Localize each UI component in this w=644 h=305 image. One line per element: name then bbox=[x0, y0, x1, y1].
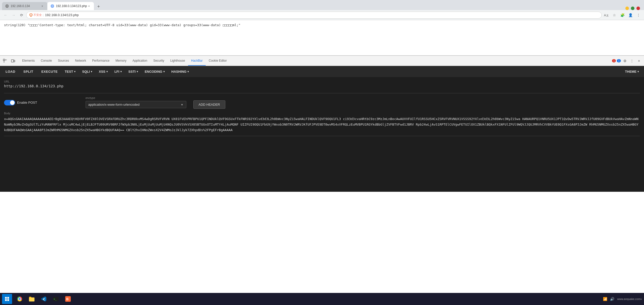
hashing-dropdown-arrow: ▼ bbox=[187, 70, 190, 73]
inspect-element-icon[interactable] bbox=[2, 58, 8, 64]
sqli-dropdown-arrow: ▼ bbox=[90, 70, 93, 73]
svg-point-1 bbox=[7, 5, 8, 8]
security-indicator: 不安全 | bbox=[29, 13, 44, 17]
page-string-output: string(120) "□□□□'Content-type: text/htm… bbox=[4, 23, 640, 27]
devtools-tabs: Elements Console Sources Network Perform… bbox=[19, 56, 612, 66]
svg-rect-17 bbox=[14, 60, 15, 62]
hackbar-menu: LOAD SPLIT EXECUTE TEST ▼ SQLI ▼ XSS ▼ L… bbox=[0, 66, 644, 77]
hackbar-encoding-dropdown[interactable]: ENCODING ▼ bbox=[142, 68, 168, 75]
error-badge: 1 bbox=[612, 59, 616, 62]
toggle-knob bbox=[10, 100, 15, 105]
test-dropdown-arrow: ▼ bbox=[74, 70, 76, 73]
url-value[interactable]: http://192.168.0.134/123.php bbox=[4, 84, 640, 88]
url-divider bbox=[4, 93, 640, 93]
tab-application[interactable]: Application bbox=[129, 56, 150, 66]
encoding-dropdown-arrow: ▼ bbox=[163, 70, 165, 73]
svg-rect-13 bbox=[3, 59, 5, 61]
hackbar-lfi-dropdown[interactable]: LFI ▼ bbox=[112, 68, 125, 75]
hackbar-body: URL http://192.168.0.134/123.php Enable … bbox=[0, 77, 644, 139]
hackbar-test-dropdown[interactable]: TEST ▼ bbox=[62, 68, 79, 75]
svg-text:文: 文 bbox=[606, 14, 609, 17]
settings-icon[interactable]: ⚙ bbox=[622, 58, 628, 64]
lfi-dropdown-arrow: ▼ bbox=[120, 70, 122, 73]
tab-console[interactable]: Console bbox=[38, 56, 55, 66]
hackbar-load-button[interactable]: LOAD bbox=[2, 68, 19, 75]
nav-bar: ← → ⟳ 不安全 | 192.168.0.134/123.php A文 ☆ 🧩… bbox=[0, 10, 644, 20]
svg-point-10 bbox=[31, 16, 31, 16]
svg-point-4 bbox=[51, 5, 54, 8]
tab-1-title: 192.168.0.134 bbox=[11, 4, 40, 8]
tab-sources[interactable]: Sources bbox=[55, 56, 72, 66]
tab-elements[interactable]: Elements bbox=[19, 56, 38, 66]
enctype-arrow: ▼ bbox=[181, 103, 184, 106]
forward-button[interactable]: → bbox=[10, 12, 17, 19]
tab-1-close[interactable]: × bbox=[40, 4, 44, 8]
hackbar-xss-dropdown[interactable]: XSS ▼ bbox=[96, 68, 111, 75]
security-label: 不安全 bbox=[33, 13, 42, 17]
url-label: URL bbox=[4, 80, 640, 83]
nav-actions: A文 ☆ 🧩 👤 ⋮ bbox=[603, 12, 642, 19]
bookmark-button[interactable]: ☆ bbox=[611, 12, 618, 19]
devtools-toolbar: Elements Console Sources Network Perform… bbox=[0, 56, 644, 66]
minimize-button[interactable] bbox=[625, 7, 629, 10]
body-text[interactable]: x=AQGsGAAIAAAAQAAAAAAAAEErBgB2AAAEQtHQVR… bbox=[4, 116, 640, 133]
profile-button[interactable]: 👤 bbox=[627, 12, 634, 19]
reload-button[interactable]: ⟳ bbox=[18, 12, 25, 19]
body-label: Body bbox=[4, 112, 640, 115]
tab-memory[interactable]: Memory bbox=[113, 56, 129, 66]
hackbar-theme-dropdown[interactable]: THEME ▼ bbox=[623, 68, 642, 75]
ssti-dropdown-arrow: ▼ bbox=[136, 70, 139, 73]
enable-post-toggle[interactable] bbox=[4, 100, 15, 105]
extensions-button[interactable]: 🧩 bbox=[619, 12, 626, 19]
svg-point-5 bbox=[52, 5, 53, 8]
page-content: string(120) "□□□□'Content-type: text/htm… bbox=[0, 20, 644, 55]
enctype-label: enctype bbox=[86, 96, 225, 99]
device-toggle-icon[interactable] bbox=[10, 58, 16, 64]
translate-button[interactable]: A文 bbox=[603, 12, 610, 19]
body-section: Body x=AQGsGAAIAAAAQAAAAAAAAEErBgB2AAAEQ… bbox=[4, 112, 640, 136]
close-button[interactable] bbox=[636, 7, 640, 10]
devtools-icons bbox=[2, 58, 16, 64]
address-text: 192.168.0.134/123.php bbox=[45, 13, 598, 17]
hackbar-content: LOAD SPLIT EXECUTE TEST ▼ SQLI ▼ XSS ▼ L… bbox=[0, 66, 644, 192]
hackbar-hashing-dropdown[interactable]: HASHING ▼ bbox=[169, 68, 192, 75]
more-options-icon[interactable]: ⋮ bbox=[629, 58, 635, 64]
tab-hackbar[interactable]: HackBar bbox=[188, 56, 206, 66]
tab-security[interactable]: Security bbox=[150, 56, 167, 66]
enable-post-toggle-wrap: Enable POST bbox=[4, 100, 37, 105]
theme-dropdown-arrow: ▼ bbox=[637, 70, 639, 73]
tab-2-favicon bbox=[50, 4, 54, 8]
enctype-section: enctype application/x-www-form-urlencode… bbox=[86, 96, 225, 109]
maximize-button[interactable] bbox=[631, 7, 634, 10]
add-header-button[interactable]: ADD HEADER bbox=[193, 100, 225, 109]
svg-rect-16 bbox=[11, 60, 14, 62]
address-bar[interactable]: 不安全 | 192.168.0.134/123.php bbox=[26, 12, 602, 19]
tab-2-close[interactable]: × bbox=[87, 4, 91, 8]
browser-chrome: 192.168.0.134 × 192.168.0.134/123.php × … bbox=[0, 0, 644, 20]
hackbar-execute-button[interactable]: EXECUTE bbox=[38, 68, 61, 75]
tab-lighthouse[interactable]: Lighthouse bbox=[167, 56, 188, 66]
hackbar-sqli-dropdown[interactable]: SQLI ▼ bbox=[80, 68, 95, 75]
tab-bar: 192.168.0.134 × 192.168.0.134/123.php × … bbox=[0, 0, 644, 10]
svg-text:A: A bbox=[604, 14, 606, 17]
menu-button[interactable]: ⋮ bbox=[635, 12, 642, 19]
tab-2-title: 192.168.0.134/123.php bbox=[56, 4, 87, 8]
enctype-select[interactable]: application/x-www-form-urlencoded ▼ bbox=[86, 101, 186, 108]
warning-badge: 1 bbox=[617, 59, 621, 62]
new-tab-button[interactable]: + bbox=[95, 3, 102, 10]
body-divider bbox=[4, 136, 640, 136]
enctype-value: application/x-www-form-urlencoded bbox=[88, 103, 181, 106]
hackbar-split-button[interactable]: SPLIT bbox=[20, 68, 37, 75]
tab-2[interactable]: 192.168.0.134/123.php × bbox=[47, 2, 94, 10]
close-devtools-icon[interactable]: × bbox=[636, 58, 642, 64]
xss-dropdown-arrow: ▼ bbox=[106, 70, 109, 73]
hackbar-ssti-dropdown[interactable]: SSTI ▼ bbox=[126, 68, 141, 75]
devtools-panel: Elements Console Sources Network Perform… bbox=[0, 55, 644, 192]
tab-network[interactable]: Network bbox=[72, 56, 89, 66]
url-section: URL http://192.168.0.134/123.php bbox=[4, 80, 640, 90]
tab-cookie-editor[interactable]: Cookie Editor bbox=[206, 56, 230, 66]
back-button[interactable]: ← bbox=[2, 12, 9, 19]
tab-1[interactable]: 192.168.0.134 × bbox=[2, 2, 47, 10]
post-row: Enable POST enctype application/x-www-fo… bbox=[4, 96, 640, 109]
tab-performance[interactable]: Performance bbox=[89, 56, 113, 66]
